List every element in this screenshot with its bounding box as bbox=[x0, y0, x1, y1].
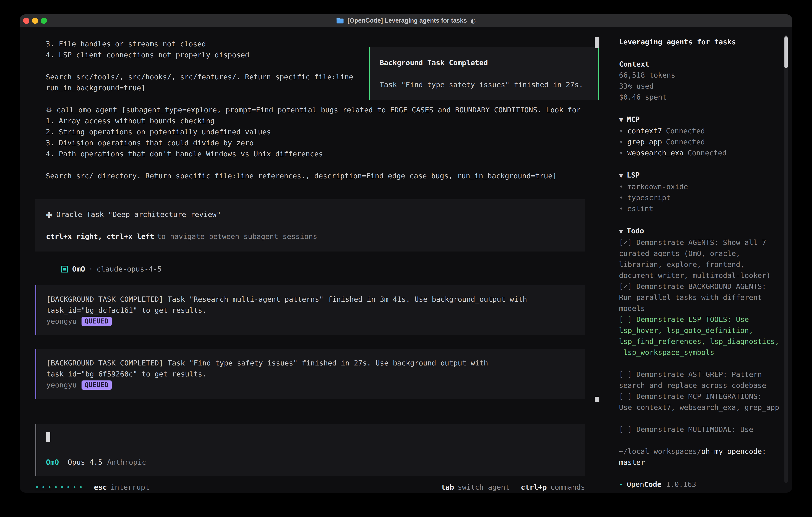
todo-line: [✓] Demonstrate AGENTS: Show all 7 bbox=[619, 237, 785, 248]
context-spent: $0.46 spent bbox=[619, 91, 785, 103]
todo-item: [✓] Demonstrate BACKGROUND AGENTS: Run p… bbox=[619, 281, 785, 314]
mcp-item-name: websearch_exa bbox=[628, 149, 684, 157]
prompt-input[interactable]: OmO Opus 4.5 Anthropic bbox=[35, 424, 585, 475]
tool-args: [subagent_type=explore, prompt=Find pote… bbox=[122, 106, 581, 114]
todo-line: search and replace across codebase bbox=[619, 380, 785, 391]
todo-line: [ ] Demonstrate MCP INTEGRATIONS: bbox=[619, 391, 785, 402]
agent-model: claude-opus-4-5 bbox=[97, 265, 162, 273]
input-agent-name: OmO bbox=[46, 457, 59, 468]
chevron-down-icon: ▼ bbox=[619, 117, 623, 123]
spinner-dots-icon: •••••••• bbox=[35, 483, 85, 491]
toast-body: Task "Find type safety issues" finished … bbox=[380, 79, 589, 90]
mcp-item: •grep_appConnected bbox=[619, 136, 785, 147]
app-version: •OpenCode1.0.163 bbox=[619, 479, 785, 490]
agent-header: OmO · claude-opus-4-5 bbox=[61, 264, 585, 274]
session-title: Leveraging agents for tasks bbox=[619, 36, 785, 47]
lsp-item-name: typescript bbox=[628, 193, 671, 202]
background-task-message: [BACKGROUND TASK COMPLETED] Task "Find t… bbox=[35, 349, 585, 399]
close-window-button[interactable] bbox=[23, 18, 29, 24]
workspace-branch: master bbox=[619, 458, 645, 466]
todo-line: [ ] Demonstrate MULTIMODAL: Use bbox=[619, 424, 785, 435]
keyhint-switch-agent: tab switch agent bbox=[441, 483, 510, 491]
lsp-section: ▼LSP •markdown-oxide •typescript •eslint bbox=[619, 169, 785, 214]
keyhint-commands: ctrl+p commands bbox=[521, 483, 585, 491]
bullet-icon: • bbox=[619, 193, 624, 202]
zoom-window-button[interactable] bbox=[41, 18, 47, 24]
hint-keys: ctrl+x right, ctrl+x left bbox=[46, 232, 154, 241]
session-sidebar[interactable]: Leveraging agents for tasks Context 66,5… bbox=[607, 27, 792, 493]
text-cursor bbox=[46, 432, 50, 442]
todo-section-header[interactable]: ▼Todo bbox=[619, 225, 785, 237]
blank-line bbox=[46, 220, 574, 231]
chevron-down-icon: ▼ bbox=[619, 228, 623, 235]
key-ctrlp-label: commands bbox=[550, 483, 585, 491]
todo-line: Run parallel tasks with different bbox=[619, 292, 785, 303]
todo-line: lsp_workspace_symbols bbox=[619, 347, 785, 358]
context-tokens: 66,518 tokens bbox=[619, 70, 785, 81]
model-row: OmO Opus 4.5 Anthropic bbox=[46, 457, 575, 468]
bullet-icon: • bbox=[619, 481, 623, 488]
todo-item-active: [ ] Demonstrate LSP TOOLS: Use lsp_hover… bbox=[619, 314, 785, 358]
gear-icon: ⚙ bbox=[46, 106, 52, 114]
blank-line bbox=[35, 159, 585, 170]
context-section: Context 66,518 tokens 33% used $0.46 spe… bbox=[619, 59, 785, 103]
lsp-section-header[interactable]: ▼LSP bbox=[619, 169, 785, 181]
oracle-task-title: Oracle Task "Deep architecture review" bbox=[56, 210, 221, 219]
mcp-item-status: Connected bbox=[666, 138, 705, 146]
background-task-toast[interactable]: Background Task Completed Task "Find typ… bbox=[369, 47, 599, 100]
workspace-path: ~/local-workspaces/oh-my-opencode: maste… bbox=[619, 446, 785, 468]
sidebar-scrollbar-track[interactable] bbox=[784, 35, 788, 483]
key-tab: tab bbox=[441, 483, 454, 491]
task-message-meta: yeongyu QUEUED bbox=[46, 379, 574, 390]
oracle-task-title-row: ◉Oracle Task "Deep architecture review" bbox=[46, 209, 574, 220]
todo-item: [✓] Demonstrate AGENTS: Show all 7 curat… bbox=[619, 237, 785, 281]
input-provider-name: Anthropic bbox=[107, 457, 146, 468]
log-line: Search src/ directory. Return specific f… bbox=[35, 170, 585, 181]
lsp-item: •eslint bbox=[619, 203, 785, 214]
background-task-message: [BACKGROUND TASK COMPLETED] Task "Resear… bbox=[35, 285, 585, 335]
app-version-number: 1.0.163 bbox=[666, 480, 696, 488]
folder-icon bbox=[336, 18, 344, 24]
app-name: Open bbox=[627, 480, 644, 488]
mcp-section: ▼MCP •context7Connected •grep_appConnect… bbox=[619, 114, 785, 158]
todo-line: [ ] Demonstrate AST-GREP: Pattern bbox=[619, 369, 785, 380]
chat-scrollbar-end[interactable] bbox=[594, 397, 600, 402]
agent-separator: · bbox=[89, 265, 93, 273]
todo-item: [ ] Demonstrate MCP INTEGRATIONS: Use co… bbox=[619, 391, 785, 413]
tool-name: call_omo_agent bbox=[57, 106, 117, 114]
todo-line: librarian, explore, frontend, bbox=[619, 259, 785, 270]
lsp-header-label: LSP bbox=[627, 171, 640, 179]
bullet-icon: • bbox=[619, 138, 624, 146]
mcp-header-label: MCP bbox=[627, 115, 640, 124]
chat-scrollbar-thumb[interactable] bbox=[594, 37, 600, 48]
keyhint-interrupt: esc interrupt bbox=[94, 483, 149, 491]
todo-header-label: Todo bbox=[627, 227, 644, 235]
key-ctrlp: ctrl+p bbox=[521, 483, 547, 491]
status-badge: QUEUED bbox=[82, 380, 112, 390]
todo-line: models bbox=[619, 303, 785, 314]
task-message-meta: yeongyu QUEUED bbox=[46, 316, 574, 327]
chat-scroll-area[interactable]: 3. File handles or streams not closed 4.… bbox=[20, 27, 607, 424]
busy-indicator-icon: ◐ bbox=[470, 17, 476, 24]
input-model-name: Opus 4.5 bbox=[68, 457, 102, 468]
mcp-item: •context7Connected bbox=[619, 125, 785, 136]
minimize-window-button[interactable] bbox=[32, 18, 38, 24]
mcp-item: •websearch_exaConnected bbox=[619, 147, 785, 158]
task-user: yeongyu bbox=[46, 316, 77, 327]
mcp-section-header[interactable]: ▼MCP bbox=[619, 114, 785, 125]
task-user: yeongyu bbox=[46, 379, 77, 390]
omo-agent-icon bbox=[61, 266, 68, 272]
log-line: 1. Array access without bounds checking bbox=[35, 115, 585, 126]
log-line: 3. Division operations that could divide… bbox=[35, 137, 585, 148]
todo-item: [ ] Demonstrate MULTIMODAL: Use bbox=[619, 424, 785, 435]
todo-section: ▼Todo [✓] Demonstrate AGENTS: Show all 7… bbox=[619, 225, 785, 435]
lsp-item-name: markdown-oxide bbox=[628, 183, 688, 191]
sidebar-scrollbar-thumb[interactable] bbox=[784, 36, 788, 69]
window-title-text: [OpenCode] Leveraging agents for tasks bbox=[347, 17, 467, 24]
task-message-text: [BACKGROUND TASK COMPLETED] Task "Resear… bbox=[46, 294, 574, 316]
window-title: [OpenCode] Leveraging agents for tasks ◐ bbox=[336, 17, 476, 24]
agent-name: OmO bbox=[72, 265, 85, 273]
traffic-lights bbox=[23, 15, 47, 27]
toast-title: Background Task Completed bbox=[380, 57, 589, 68]
main-pane: 3. File handles or streams not closed 4.… bbox=[20, 27, 607, 493]
